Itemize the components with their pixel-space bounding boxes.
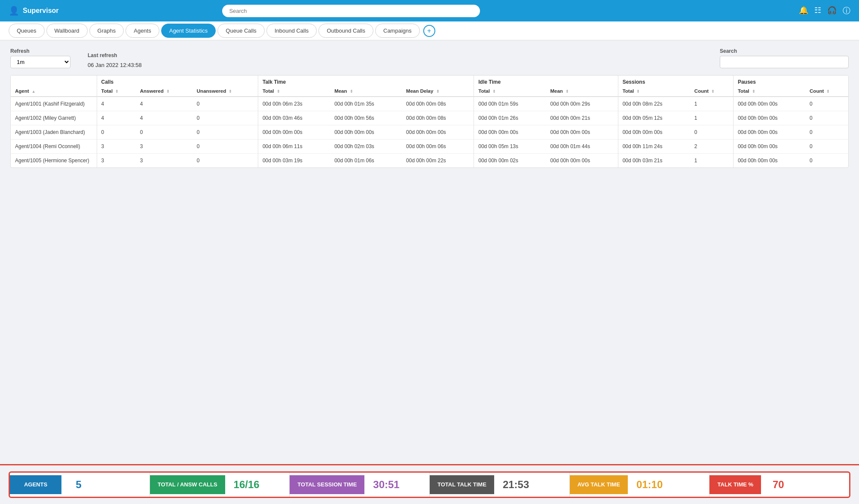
agent-sort-icon: ▲: [32, 89, 36, 94]
col-agent[interactable]: Agent ▲: [11, 86, 97, 97]
stat-card-talk_time_pct: TALK TIME %70: [709, 473, 849, 497]
cell-pauses-count: 0: [805, 154, 848, 168]
bell-icon[interactable]: 🔔: [799, 6, 808, 16]
group-header-talk-time: Talk Time: [258, 76, 474, 86]
cell-calls-total: 4: [97, 111, 136, 125]
stat-value-agents: 5: [61, 473, 96, 497]
table-row: Agent/1005 (Hermione Spencer)33000d 00h …: [11, 154, 848, 168]
cell-talk-mean: 00d 00h 02m 03s: [330, 140, 402, 154]
stat-label-total_session_time: TOTAL SESSION TIME: [290, 475, 364, 495]
tab-queues[interactable]: Queues: [9, 24, 45, 38]
cell-agent: Agent/1002 (Miley Garrett): [11, 111, 97, 125]
stat-card-agents: AGENTS5: [10, 473, 150, 497]
cell-sessions-count: 2: [690, 140, 734, 154]
group-header-idle-time: Idle Time: [474, 76, 618, 86]
cell-agent: Agent/1004 (Remi Oconnell): [11, 140, 97, 154]
cell-idle-mean: 00d 00h 00m 00s: [546, 154, 618, 168]
agent-statistics-table: Calls Talk Time Idle Time Sessions Pause…: [11, 76, 848, 167]
cell-pauses-total: 00d 00h 00m 00s: [733, 140, 805, 154]
app-title: Supervisor: [23, 7, 59, 15]
cell-sessions-total: 00d 00h 03m 21s: [618, 154, 690, 168]
tab-outbound-calls[interactable]: Outbound Calls: [318, 24, 373, 38]
table-search-input[interactable]: [720, 56, 849, 68]
cell-talk-mean-delay: 00d 00h 00m 00s: [402, 125, 474, 140]
col-talk-mean-delay[interactable]: Mean Delay ⇕: [402, 86, 474, 97]
col-header-row: Agent ▲ Total ⇕ Answered ⇕ Unanswered ⇕ …: [11, 86, 848, 97]
tab-campaigns[interactable]: Campaigns: [375, 24, 420, 38]
col-idle-total[interactable]: Total ⇕: [474, 86, 546, 97]
talk-mean-sort-icon: ⇕: [350, 89, 353, 94]
refresh-label: Refresh: [10, 48, 70, 54]
col-talk-mean[interactable]: Mean ⇕: [330, 86, 402, 97]
tab-inbound-calls[interactable]: Inbound Calls: [266, 24, 317, 38]
col-calls-total[interactable]: Total ⇕: [97, 86, 136, 97]
cell-idle-mean: 00d 00h 00m 00s: [546, 125, 618, 140]
tab-queue-calls[interactable]: Queue Calls: [217, 24, 265, 38]
col-sessions-total[interactable]: Total ⇕: [618, 86, 690, 97]
info-icon[interactable]: ⓘ: [843, 6, 850, 16]
stat-label-talk_time_pct: TALK TIME %: [709, 475, 761, 495]
cell-idle-mean: 00d 00h 00m 21s: [546, 111, 618, 125]
calls-answered-sort-icon: ⇕: [166, 89, 170, 94]
cell-idle-total: 00d 00h 00m 00s: [474, 125, 546, 140]
pauses-total-sort-icon: ⇕: [752, 89, 755, 94]
sessions-total-sort-icon: ⇕: [636, 89, 640, 94]
cell-idle-mean: 00d 00h 01m 44s: [546, 140, 618, 154]
cell-sessions-total: 00d 00h 08m 22s: [618, 97, 690, 111]
stat-card-total_answ_calls: TOTAL / ANSW CALLS16/16: [150, 473, 290, 497]
headset-icon[interactable]: 🎧: [827, 6, 837, 16]
cell-talk-total: 00d 00h 03m 19s: [258, 154, 330, 168]
col-sessions-count[interactable]: Count ⇕: [690, 86, 734, 97]
group-header-agent: [11, 76, 97, 86]
cell-sessions-total: 00d 00h 05m 12s: [618, 111, 690, 125]
talk-mean-delay-sort-icon: ⇕: [436, 89, 440, 94]
col-calls-unanswered[interactable]: Unanswered ⇕: [193, 86, 258, 97]
group-header-calls: Calls: [97, 76, 258, 86]
stat-card-avg_talk_time: AVG TALK TIME01:10: [570, 473, 709, 497]
search-label: Search: [720, 48, 849, 54]
cell-calls-answered: 0: [136, 125, 193, 140]
table-search-control: Search: [720, 48, 849, 68]
col-pauses-total[interactable]: Total ⇕: [733, 86, 805, 97]
col-pauses-count[interactable]: Count ⇕: [805, 86, 848, 97]
stat-value-total_session_time: 30:51: [364, 473, 408, 497]
cell-idle-mean: 00d 00h 00m 29s: [546, 97, 618, 111]
tab-add-button[interactable]: +: [423, 25, 435, 37]
tab-bar: Queues Wallboard Graphs Agents Agent Sta…: [0, 21, 859, 40]
calls-total-sort-icon: ⇕: [115, 89, 119, 94]
refresh-control: Refresh 1m 5m 10m 30m: [10, 48, 70, 68]
sessions-count-sort-icon: ⇕: [711, 89, 715, 94]
last-refresh-value: 06 Jan 2022 12:43:58: [88, 60, 142, 68]
col-talk-total[interactable]: Total ⇕: [258, 86, 330, 97]
bottom-stats-wrapper: AGENTS5TOTAL / ANSW CALLS16/16TOTAL SESS…: [0, 464, 859, 504]
cell-talk-total: 00d 00h 00m 00s: [258, 125, 330, 140]
cell-talk-mean-delay: 00d 00h 00m 08s: [402, 97, 474, 111]
tab-agent-statistics[interactable]: Agent Statistics: [161, 24, 216, 38]
cell-talk-total: 00d 00h 06m 23s: [258, 97, 330, 111]
cell-calls-total: 4: [97, 97, 136, 111]
col-calls-answered[interactable]: Answered ⇕: [136, 86, 193, 97]
cell-talk-mean-delay: 00d 00h 00m 06s: [402, 140, 474, 154]
cell-idle-total: 00d 00h 05m 13s: [474, 140, 546, 154]
table-row: Agent/1002 (Miley Garrett)44000d 00h 03m…: [11, 111, 848, 125]
tab-wallboard[interactable]: Wallboard: [46, 24, 88, 38]
top-nav-icons: 🔔 ☷ 🎧 ⓘ: [799, 6, 850, 16]
cell-sessions-total: 00d 00h 11m 24s: [618, 140, 690, 154]
group-header-pauses: Pauses: [733, 76, 848, 86]
tab-graphs[interactable]: Graphs: [89, 24, 124, 38]
search-input[interactable]: [222, 5, 480, 17]
refresh-select[interactable]: 1m 5m 10m 30m: [10, 56, 70, 68]
tab-agents[interactable]: Agents: [125, 24, 159, 38]
cell-sessions-count: 1: [690, 97, 734, 111]
cell-sessions-total: 00d 00h 00m 00s: [618, 125, 690, 140]
cell-calls-total: 3: [97, 140, 136, 154]
grid-icon[interactable]: ☷: [814, 6, 821, 16]
cell-talk-mean-delay: 00d 00h 00m 22s: [402, 154, 474, 168]
cell-calls-unanswered: 0: [193, 125, 258, 140]
cell-sessions-count: 1: [690, 111, 734, 125]
cell-sessions-count: 1: [690, 154, 734, 168]
col-idle-mean[interactable]: Mean ⇕: [546, 86, 618, 97]
cell-pauses-count: 0: [805, 140, 848, 154]
cell-pauses-count: 0: [805, 97, 848, 111]
table-body: Agent/1001 (Kashif Fitzgerald)44000d 00h…: [11, 97, 848, 167]
